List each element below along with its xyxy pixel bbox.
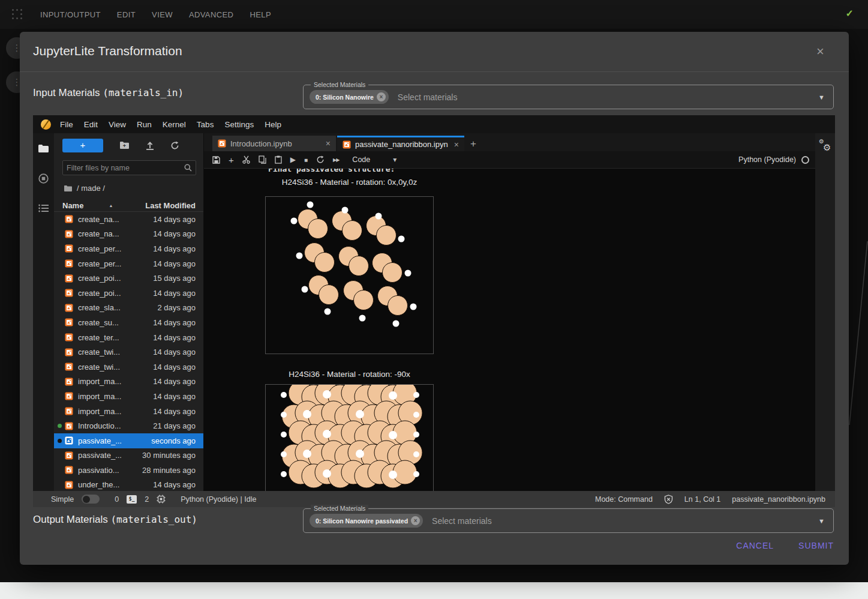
jupyterlite-panel: File Edit View Run Kernel Tabs Settings …	[33, 115, 835, 507]
file-row[interactable]: import_ma... 14 days ago	[54, 375, 203, 390]
notebook-icon	[65, 451, 73, 460]
material-chip[interactable]: 0: Silicon Nanowire ×	[310, 90, 389, 104]
output-materials-select[interactable]: Selected Materials 0: Silicon Nanowire p…	[303, 508, 834, 533]
submit-button[interactable]: SUBMIT	[798, 541, 834, 550]
stop-icon[interactable]: ■	[304, 157, 308, 163]
jp-menu-tabs[interactable]: Tabs	[197, 120, 214, 129]
mode-indicator: Mode: Command	[595, 495, 653, 504]
file-name: create_su...	[78, 318, 119, 327]
file-row[interactable]: create_sla... 2 days ago	[54, 301, 203, 316]
menu-help[interactable]: HELP	[250, 10, 271, 19]
material-chip[interactable]: 0: Silicon Nanowire passivated ×	[310, 514, 423, 528]
tab-passivate-nanoribbon[interactable]: passivate_nanoribbon.ipynb ×	[337, 136, 464, 151]
tab-introduction[interactable]: Introduction.ipynb ×	[212, 136, 336, 151]
material-chip-label: 0: Silicon Nanowire	[316, 94, 374, 101]
cell-type-caret-icon[interactable]: ▾	[393, 155, 397, 164]
column-header-name[interactable]: Name	[62, 201, 83, 210]
file-row[interactable]: Introductio... 21 days ago	[54, 418, 203, 433]
kernel-activity-dot	[58, 262, 62, 266]
notebook-icon	[65, 348, 73, 357]
tab-close-icon[interactable]: ×	[454, 140, 459, 149]
file-row[interactable]: import_ma... 14 days ago	[54, 389, 203, 404]
cell-type-select[interactable]: Code	[352, 155, 370, 164]
jp-menu-help[interactable]: Help	[265, 120, 281, 129]
restart-kernel-icon[interactable]	[316, 155, 325, 164]
save-icon[interactable]	[212, 156, 220, 164]
insert-cell-icon[interactable]: +	[229, 155, 234, 165]
file-row[interactable]: create_na... 14 days ago	[54, 227, 203, 242]
notebook-icon	[65, 244, 73, 253]
tab-close-icon[interactable]: ×	[326, 139, 331, 148]
kernel-activity-dot	[58, 291, 62, 295]
cursor-position: Ln 1, Col 1	[684, 495, 720, 504]
table-of-contents-icon[interactable]	[38, 204, 49, 212]
kernel-activity-dot	[58, 424, 62, 428]
notebook-icon	[65, 318, 73, 327]
file-row[interactable]: create_twi... 14 days ago	[54, 360, 203, 375]
kernel-status-text[interactable]: Python (Pyodide) | Idle	[181, 495, 256, 504]
menu-input-output[interactable]: INPUT/OUTPUT	[40, 10, 101, 19]
dropdown-arrow-icon[interactable]: ▼	[818, 94, 825, 101]
jp-menu-settings[interactable]: Settings	[224, 120, 254, 129]
file-row[interactable]: create_ter... 14 days ago	[54, 330, 203, 345]
running-kernels-icon[interactable]	[38, 173, 49, 184]
file-name: create_poi...	[78, 274, 121, 283]
jp-menu-run[interactable]: Run	[137, 120, 152, 129]
selected-materials-legend: Selected Materials	[311, 505, 368, 512]
add-tab-icon[interactable]: +	[470, 138, 476, 150]
refresh-icon[interactable]	[170, 141, 179, 150]
chip-remove-icon[interactable]: ×	[377, 92, 386, 101]
menu-advanced[interactable]: ADVANCED	[189, 10, 233, 19]
copy-icon[interactable]	[259, 155, 266, 164]
menu-edit[interactable]: EDIT	[117, 10, 136, 19]
run-icon[interactable]: ▶	[290, 155, 296, 164]
file-row[interactable]: create_poi... 14 days ago	[54, 286, 203, 301]
jp-menu-file[interactable]: File	[60, 120, 73, 129]
file-browser-icon[interactable]	[38, 144, 49, 153]
file-row[interactable]: create_per... 14 days ago	[54, 256, 203, 271]
close-icon[interactable]: ×	[816, 45, 824, 58]
file-row[interactable]: create_per... 14 days ago	[54, 241, 203, 256]
breadcrumb[interactable]: / made /	[64, 184, 105, 193]
jp-menu-kernel[interactable]: Kernel	[163, 120, 186, 129]
cut-icon[interactable]	[242, 155, 250, 164]
file-row[interactable]: under_the... 14 days ago	[54, 478, 203, 491]
jp-menu-view[interactable]: View	[109, 120, 126, 129]
input-materials-select[interactable]: Selected Materials 0: Silicon Nanowire ×…	[303, 85, 834, 109]
restart-run-all-icon[interactable]: ▶▶	[333, 157, 339, 163]
file-row[interactable]: create_twi... 14 days ago	[54, 345, 203, 360]
file-modified: 21 days ago	[153, 421, 196, 430]
kernel-activity-dot	[58, 439, 62, 443]
file-row[interactable]: create_poi... 15 days ago	[54, 271, 203, 286]
file-row[interactable]: create_su... 14 days ago	[54, 315, 203, 330]
filter-files-box	[62, 160, 196, 175]
notebook-icon	[65, 436, 73, 445]
kernel-activity-dot	[58, 247, 62, 251]
menu-view[interactable]: VIEW	[152, 10, 173, 19]
paste-icon[interactable]	[275, 155, 282, 164]
file-row[interactable]: passivatio... 28 minutes ago	[54, 463, 203, 478]
simple-mode-toggle[interactable]	[82, 495, 100, 504]
new-folder-icon[interactable]: +	[119, 141, 130, 149]
tab-bar: Introduction.ipynb × passivate_nanoribbo…	[204, 133, 815, 151]
filter-files-input[interactable]	[63, 164, 184, 172]
upload-icon[interactable]	[146, 141, 154, 150]
file-row[interactable]: passivate_... 30 minutes ago	[54, 448, 203, 463]
kernel-name[interactable]: Python (Pyodide)	[738, 155, 796, 164]
terminal-count: 0	[115, 495, 119, 504]
new-launcher-button[interactable]: +	[62, 139, 103, 152]
file-row[interactable]: import_ma... 14 days ago	[54, 404, 203, 419]
jp-menu-edit[interactable]: Edit	[84, 120, 98, 129]
notebook-icon	[65, 333, 73, 342]
file-row[interactable]: create_na... 14 days ago	[54, 212, 203, 227]
column-header-modified[interactable]: Last Modified	[145, 201, 196, 210]
dialog-header: JupyterLite Transformation ×	[20, 32, 849, 72]
trust-shield-icon	[664, 495, 673, 504]
notebook-icon	[65, 363, 73, 371]
dropdown-arrow-icon[interactable]: ▼	[818, 517, 825, 525]
notebook-icon	[65, 289, 73, 297]
kernel-activity-dot	[58, 217, 62, 221]
file-row[interactable]: passivate_... seconds ago	[54, 433, 203, 448]
cancel-button[interactable]: CANCEL	[736, 541, 774, 550]
chip-remove-icon[interactable]: ×	[411, 516, 420, 525]
